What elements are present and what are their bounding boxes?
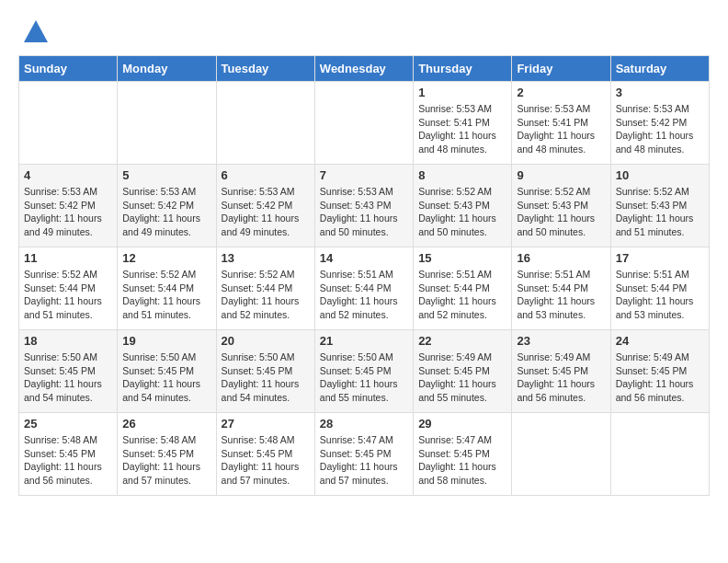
day-cell: 14Sunrise: 5:51 AM Sunset: 5:44 PM Dayli…	[314, 247, 413, 330]
day-number: 29	[418, 417, 506, 431]
day-number: 20	[222, 334, 310, 348]
day-cell	[314, 82, 413, 165]
day-cell: 8Sunrise: 5:52 AM Sunset: 5:43 PM Daylig…	[414, 165, 512, 247]
day-number: 25	[24, 417, 112, 431]
day-info: Sunrise: 5:52 AM Sunset: 5:44 PM Dayligh…	[222, 268, 310, 322]
day-cell: 3Sunrise: 5:53 AM Sunset: 5:42 PM Daylig…	[610, 82, 709, 165]
day-number: 16	[517, 251, 605, 265]
day-info: Sunrise: 5:51 AM Sunset: 5:44 PM Dayligh…	[616, 268, 704, 322]
day-cell: 1Sunrise: 5:53 AM Sunset: 5:41 PM Daylig…	[414, 82, 512, 165]
day-number: 18	[24, 334, 112, 348]
day-cell: 20Sunrise: 5:50 AM Sunset: 5:45 PM Dayli…	[216, 330, 314, 413]
day-info: Sunrise: 5:53 AM Sunset: 5:41 PM Dayligh…	[517, 102, 605, 156]
week-row-2: 4Sunrise: 5:53 AM Sunset: 5:42 PM Daylig…	[19, 165, 710, 247]
day-number: 8	[418, 168, 506, 182]
day-cell: 7Sunrise: 5:53 AM Sunset: 5:43 PM Daylig…	[314, 165, 413, 247]
day-info: Sunrise: 5:53 AM Sunset: 5:42 PM Dayligh…	[24, 185, 112, 239]
day-info: Sunrise: 5:51 AM Sunset: 5:44 PM Dayligh…	[418, 268, 506, 322]
day-number: 14	[320, 251, 408, 265]
day-cell: 28Sunrise: 5:47 AM Sunset: 5:45 PM Dayli…	[314, 413, 413, 496]
day-info: Sunrise: 5:52 AM Sunset: 5:44 PM Dayligh…	[24, 268, 112, 322]
header-cell-tuesday: Tuesday	[216, 56, 314, 82]
day-number: 7	[320, 168, 408, 182]
day-number: 27	[222, 417, 310, 431]
day-info: Sunrise: 5:50 AM Sunset: 5:45 PM Dayligh…	[222, 350, 310, 405]
day-cell: 6Sunrise: 5:53 AM Sunset: 5:42 PM Daylig…	[216, 165, 314, 247]
day-info: Sunrise: 5:53 AM Sunset: 5:42 PM Dayligh…	[122, 185, 210, 239]
day-info: Sunrise: 5:50 AM Sunset: 5:45 PM Dayligh…	[320, 350, 408, 405]
header-cell-thursday: Thursday	[414, 56, 512, 82]
day-info: Sunrise: 5:52 AM Sunset: 5:44 PM Dayligh…	[122, 268, 210, 322]
day-cell	[610, 413, 709, 496]
header-cell-sunday: Sunday	[19, 56, 118, 82]
day-info: Sunrise: 5:52 AM Sunset: 5:43 PM Dayligh…	[517, 185, 605, 239]
day-cell	[216, 82, 314, 165]
day-info: Sunrise: 5:52 AM Sunset: 5:43 PM Dayligh…	[418, 185, 506, 239]
day-number: 9	[517, 168, 605, 182]
day-number: 2	[517, 86, 605, 99]
day-cell: 4Sunrise: 5:53 AM Sunset: 5:42 PM Daylig…	[19, 165, 118, 247]
day-number: 3	[616, 86, 704, 99]
week-row-4: 18Sunrise: 5:50 AM Sunset: 5:45 PM Dayli…	[19, 330, 710, 413]
day-info: Sunrise: 5:51 AM Sunset: 5:44 PM Dayligh…	[517, 268, 605, 322]
day-number: 12	[122, 251, 210, 265]
day-cell: 25Sunrise: 5:48 AM Sunset: 5:45 PM Dayli…	[19, 413, 118, 496]
day-cell	[19, 82, 118, 165]
week-row-3: 11Sunrise: 5:52 AM Sunset: 5:44 PM Dayli…	[19, 247, 710, 330]
day-cell: 10Sunrise: 5:52 AM Sunset: 5:43 PM Dayli…	[610, 165, 709, 247]
day-cell: 12Sunrise: 5:52 AM Sunset: 5:44 PM Dayli…	[118, 247, 216, 330]
day-info: Sunrise: 5:47 AM Sunset: 5:45 PM Dayligh…	[320, 433, 408, 488]
day-info: Sunrise: 5:49 AM Sunset: 5:45 PM Dayligh…	[616, 350, 704, 405]
calendar-header: SundayMondayTuesdayWednesdayThursdayFrid…	[19, 56, 710, 82]
day-cell: 27Sunrise: 5:48 AM Sunset: 5:45 PM Dayli…	[216, 413, 314, 496]
day-cell: 23Sunrise: 5:49 AM Sunset: 5:45 PM Dayli…	[512, 330, 610, 413]
day-cell: 21Sunrise: 5:50 AM Sunset: 5:45 PM Dayli…	[314, 330, 413, 413]
header-cell-saturday: Saturday	[610, 56, 709, 82]
day-number: 13	[222, 251, 310, 265]
header-cell-wednesday: Wednesday	[314, 56, 413, 82]
day-info: Sunrise: 5:52 AM Sunset: 5:43 PM Dayligh…	[616, 185, 704, 239]
day-info: Sunrise: 5:49 AM Sunset: 5:45 PM Dayligh…	[517, 350, 605, 405]
day-info: Sunrise: 5:47 AM Sunset: 5:45 PM Dayligh…	[418, 433, 506, 488]
day-info: Sunrise: 5:50 AM Sunset: 5:45 PM Dayligh…	[24, 350, 112, 405]
day-number: 22	[418, 334, 506, 348]
day-number: 23	[517, 334, 605, 348]
day-cell: 17Sunrise: 5:51 AM Sunset: 5:44 PM Dayli…	[610, 247, 709, 330]
day-cell: 22Sunrise: 5:49 AM Sunset: 5:45 PM Dayli…	[414, 330, 512, 413]
day-cell: 16Sunrise: 5:51 AM Sunset: 5:44 PM Dayli…	[512, 247, 610, 330]
logo-icon	[22, 18, 50, 46]
day-cell: 13Sunrise: 5:52 AM Sunset: 5:44 PM Dayli…	[216, 247, 314, 330]
day-number: 5	[122, 168, 210, 182]
day-info: Sunrise: 5:50 AM Sunset: 5:45 PM Dayligh…	[122, 350, 210, 405]
header-cell-monday: Monday	[118, 56, 216, 82]
day-number: 1	[418, 86, 506, 99]
logo	[18, 18, 50, 46]
day-number: 11	[24, 251, 112, 265]
day-number: 21	[320, 334, 408, 348]
page-header	[18, 18, 710, 46]
day-info: Sunrise: 5:51 AM Sunset: 5:44 PM Dayligh…	[320, 268, 408, 322]
day-number: 4	[24, 168, 112, 182]
day-cell	[118, 82, 216, 165]
calendar-body: 1Sunrise: 5:53 AM Sunset: 5:41 PM Daylig…	[19, 82, 710, 496]
day-cell: 9Sunrise: 5:52 AM Sunset: 5:43 PM Daylig…	[512, 165, 610, 247]
day-cell: 19Sunrise: 5:50 AM Sunset: 5:45 PM Dayli…	[118, 330, 216, 413]
day-info: Sunrise: 5:53 AM Sunset: 5:41 PM Dayligh…	[418, 102, 506, 156]
day-number: 17	[616, 251, 704, 265]
day-cell: 11Sunrise: 5:52 AM Sunset: 5:44 PM Dayli…	[19, 247, 118, 330]
day-number: 15	[418, 251, 506, 265]
day-info: Sunrise: 5:53 AM Sunset: 5:42 PM Dayligh…	[222, 185, 310, 239]
day-info: Sunrise: 5:48 AM Sunset: 5:45 PM Dayligh…	[122, 433, 210, 488]
day-number: 6	[222, 168, 310, 182]
day-cell: 15Sunrise: 5:51 AM Sunset: 5:44 PM Dayli…	[414, 247, 512, 330]
day-cell: 26Sunrise: 5:48 AM Sunset: 5:45 PM Dayli…	[118, 413, 216, 496]
day-info: Sunrise: 5:48 AM Sunset: 5:45 PM Dayligh…	[24, 433, 112, 488]
day-info: Sunrise: 5:53 AM Sunset: 5:42 PM Dayligh…	[616, 102, 704, 156]
header-row: SundayMondayTuesdayWednesdayThursdayFrid…	[19, 56, 710, 82]
week-row-5: 25Sunrise: 5:48 AM Sunset: 5:45 PM Dayli…	[19, 413, 710, 496]
day-number: 28	[320, 417, 408, 431]
day-cell: 5Sunrise: 5:53 AM Sunset: 5:42 PM Daylig…	[118, 165, 216, 247]
day-cell: 18Sunrise: 5:50 AM Sunset: 5:45 PM Dayli…	[19, 330, 118, 413]
day-number: 10	[616, 168, 704, 182]
day-number: 24	[616, 334, 704, 348]
